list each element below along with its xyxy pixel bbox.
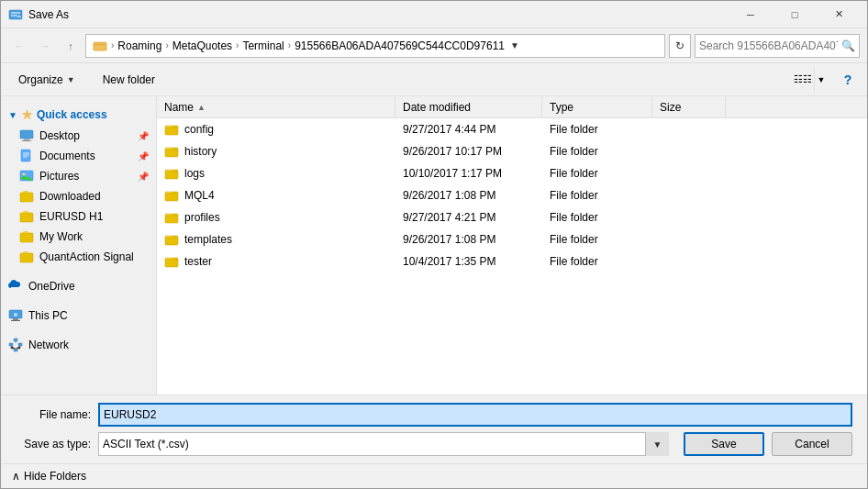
thispc-label: This PC: [28, 309, 149, 322]
folder-icon: [164, 232, 179, 247]
path-root-icon[interactable]: [90, 39, 110, 53]
path-hash[interactable]: 915566BA06ADA407569C544CC0D97611: [292, 39, 507, 52]
onedrive-label: OneDrive: [28, 280, 149, 293]
sidebar: ▼ ★ Quick access Desktop 📌 Documents 📌: [1, 96, 157, 395]
svg-rect-17: [14, 339, 17, 341]
table-row[interactable]: profiles 9/27/2017 4:21 PM File folder: [157, 206, 867, 228]
sidebar-item-downloaded[interactable]: Downloaded: [1, 186, 156, 206]
path-roaming[interactable]: Roaming: [115, 39, 164, 52]
col-size-label: Size: [660, 101, 681, 114]
table-row[interactable]: MQL4 9/26/2017 1:08 PM File folder: [157, 184, 867, 206]
svg-rect-18: [9, 343, 13, 346]
file-name-text: profiles: [184, 211, 220, 224]
title-bar: Save As ─ □ ✕: [1, 1, 867, 28]
file-name-cell: profiles: [157, 210, 395, 225]
back-button[interactable]: ←: [8, 35, 30, 57]
quick-access-header[interactable]: ▼ ★ Quick access: [1, 104, 156, 126]
sidebar-item-eurusdh1[interactable]: EURUSD H1: [1, 206, 156, 227]
quantaction-label: QuantAction Signal: [39, 250, 149, 263]
col-date-label: Date modified: [403, 101, 471, 114]
file-list-area: Name ▲ Date modified Type Size: [157, 96, 867, 395]
up-button[interactable]: ↑: [60, 35, 82, 57]
file-date-cell: 9/26/2017 10:17 PM: [395, 145, 542, 158]
column-header-size[interactable]: Size: [652, 96, 726, 117]
view-dropdown-button[interactable]: ▼: [814, 68, 829, 92]
hide-folders-button[interactable]: ∧ Hide Folders: [8, 468, 90, 484]
table-row[interactable]: config 9/27/2017 4:44 PM File folder: [157, 118, 867, 140]
sidebar-item-mywork[interactable]: My Work: [1, 227, 156, 247]
desktop-icon: [19, 128, 34, 143]
bottom-bar: File name: Save as type: ASCII Text (*.c…: [1, 395, 867, 463]
file-type-cell: File folder: [542, 211, 652, 224]
sidebar-item-pictures[interactable]: Pictures 📌: [1, 166, 156, 186]
file-date-cell: 10/4/2017 1:35 PM: [395, 255, 542, 268]
mywork-label: My Work: [39, 230, 149, 243]
filename-input[interactable]: [98, 403, 852, 427]
column-header-type[interactable]: Type: [542, 96, 652, 117]
file-name-cell: logs: [157, 166, 395, 181]
table-row[interactable]: logs 10/10/2017 1:17 PM File folder: [157, 162, 867, 184]
view-button[interactable]: ☷☷: [792, 68, 814, 92]
svg-rect-3: [20, 130, 33, 139]
svg-rect-9: [20, 193, 33, 202]
cancel-label: Cancel: [795, 438, 829, 450]
forward-button[interactable]: →: [34, 35, 56, 57]
saveastype-label: Save as type:: [16, 438, 98, 450]
file-date-cell: 9/26/2017 1:08 PM: [395, 233, 542, 246]
search-input[interactable]: [699, 39, 838, 52]
path-metaquotes[interactable]: MetaQuotes: [170, 39, 235, 52]
table-row[interactable]: templates 9/26/2017 1:08 PM File folder: [157, 228, 867, 250]
onedrive-icon: [8, 279, 23, 294]
sidebar-item-quantaction[interactable]: QuantAction Signal: [1, 247, 156, 267]
table-row[interactable]: history 9/26/2017 10:17 PM File folder: [157, 140, 867, 162]
downloaded-label: Downloaded: [39, 190, 149, 203]
sidebar-sep-1: [1, 267, 156, 276]
maximize-button[interactable]: □: [773, 1, 816, 28]
file-date-cell: 9/27/2017 4:21 PM: [395, 211, 542, 224]
svg-rect-15: [11, 320, 20, 321]
documents-label: Documents: [39, 150, 132, 162]
network-label: Network: [28, 339, 149, 351]
close-button[interactable]: ✕: [818, 1, 860, 28]
file-name-cell: config: [157, 122, 395, 137]
file-name-cell: tester: [157, 254, 395, 269]
svg-rect-19: [18, 343, 22, 346]
file-list-header: Name ▲ Date modified Type Size: [157, 96, 867, 118]
new-folder-button[interactable]: New folder: [93, 68, 165, 92]
sidebar-item-network[interactable]: Network: [1, 335, 156, 355]
save-button[interactable]: Save: [684, 432, 764, 456]
column-header-date[interactable]: Date modified: [395, 96, 542, 117]
desktop-pin-icon: 📌: [138, 131, 149, 141]
new-folder-label: New folder: [103, 73, 155, 86]
organize-button[interactable]: Organize ▼: [8, 68, 85, 92]
sidebar-item-desktop[interactable]: Desktop 📌: [1, 126, 156, 146]
file-name-cell: MQL4: [157, 188, 395, 203]
sidebar-item-documents[interactable]: Documents 📌: [1, 146, 156, 166]
sidebar-item-thispc[interactable]: This PC: [1, 306, 156, 326]
file-date-cell: 9/27/2017 4:44 PM: [395, 123, 542, 136]
search-box[interactable]: 🔍: [695, 34, 860, 58]
sidebar-item-onedrive[interactable]: OneDrive: [1, 276, 156, 296]
file-name-cell: templates: [157, 232, 395, 247]
refresh-button[interactable]: ↻: [669, 34, 691, 58]
path-dropdown-chevron[interactable]: ▼: [507, 35, 522, 57]
eurusdh1-icon: [19, 209, 34, 224]
filename-label: File name:: [16, 408, 98, 421]
path-terminal[interactable]: Terminal: [239, 39, 286, 52]
hide-folders-label: Hide Folders: [24, 470, 86, 483]
thispc-icon: [8, 308, 23, 323]
minimize-button[interactable]: ─: [729, 1, 772, 28]
file-type-cell: File folder: [542, 189, 652, 202]
cancel-button[interactable]: Cancel: [772, 432, 852, 456]
path-arrow-3: ›: [236, 40, 239, 50]
downloaded-icon: [19, 189, 34, 204]
column-header-name[interactable]: Name ▲: [157, 96, 395, 117]
file-name-text: history: [184, 145, 217, 158]
savetype-row: Save as type: ASCII Text (*.csv) ▼ Save …: [16, 432, 852, 456]
table-row[interactable]: tester 10/4/2017 1:35 PM File folder: [157, 250, 867, 272]
path-arrow-1: ›: [111, 40, 114, 50]
file-name-cell: history: [157, 144, 395, 159]
folder-icon: [164, 188, 179, 203]
help-button[interactable]: ?: [836, 68, 860, 92]
filetype-select[interactable]: ASCII Text (*.csv): [98, 432, 669, 456]
